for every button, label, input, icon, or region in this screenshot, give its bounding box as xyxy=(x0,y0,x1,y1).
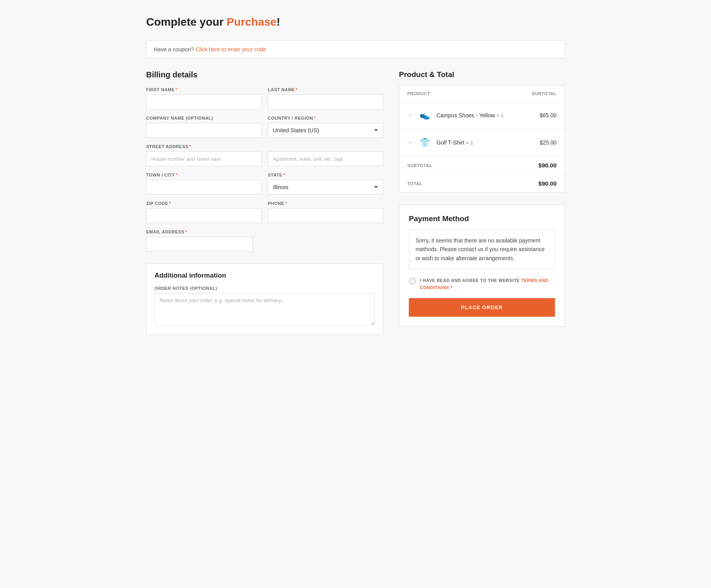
arrow-icon: → xyxy=(407,139,413,146)
terms-checkbox[interactable] xyxy=(409,278,416,285)
last-name-group: LAST NAME* xyxy=(268,87,383,109)
street-inputs-row xyxy=(146,151,383,166)
product-thumbnail: 👕 xyxy=(417,135,433,150)
payment-notice: Sorry, it seems that there are no availa… xyxy=(409,229,555,269)
right-column: Product & Total PRODUCT SUBTOTAL → 👟 Ca xyxy=(399,70,565,327)
coupon-bar: Have a coupon? Click here to enter your … xyxy=(146,40,565,58)
product-total-section: PRODUCT SUBTOTAL → 👟 Campus Shoes - Yell… xyxy=(399,85,565,193)
street-input-2[interactable] xyxy=(268,151,383,166)
total-label: TOTAL xyxy=(399,175,521,193)
city-input[interactable] xyxy=(146,180,261,195)
state-select[interactable]: Illinois xyxy=(268,180,383,195)
col-product-header: PRODUCT xyxy=(399,86,521,102)
state-group: STATE* Illinois xyxy=(268,173,383,195)
place-order-button[interactable]: PLACE ORDER xyxy=(409,298,555,317)
email-input[interactable] xyxy=(146,237,253,252)
email-group: EMAIL ADDRESS* xyxy=(146,229,383,252)
city-group: TOWN / CITY* xyxy=(146,173,261,195)
col-subtotal-header: SUBTOTAL xyxy=(521,86,564,102)
zip-group: ZIP CODE* xyxy=(146,201,261,223)
coupon-link[interactable]: Click here to enter your code xyxy=(196,46,266,53)
additional-info-section: Additional information ORDER NOTES (OPTI… xyxy=(146,263,383,335)
last-name-label: LAST NAME* xyxy=(268,87,383,92)
last-name-input[interactable] xyxy=(268,94,383,109)
city-label: TOWN / CITY* xyxy=(146,173,261,177)
first-name-label: FIRST NAME* xyxy=(146,87,261,92)
product-name: Campus Shoes - Yellow × 1 xyxy=(436,112,504,118)
subtotal-value: $90.00 xyxy=(521,156,564,175)
main-grid: Billing details FIRST NAME* LAST NAME* xyxy=(146,70,565,335)
country-select[interactable]: United States (US) xyxy=(268,123,383,138)
street-group: STREET ADDRESS* xyxy=(146,144,383,166)
arrow-icon: → xyxy=(407,112,413,118)
left-column: Billing details FIRST NAME* LAST NAME* xyxy=(146,70,383,335)
product-price: $25.00 xyxy=(521,129,564,156)
coupon-label: Have a coupon? xyxy=(154,46,194,53)
email-row: EMAIL ADDRESS* xyxy=(146,229,383,252)
country-group: COUNTRY / REGION* United States (US) xyxy=(268,116,383,138)
product-total-title: Product & Total xyxy=(399,70,565,79)
terms-row: I HAVE READ AND AGREE TO THE WEBSITE TER… xyxy=(409,277,555,291)
subtotal-row: SUBTOTAL $90.00 xyxy=(399,156,564,175)
terms-text: I HAVE READ AND AGREE TO THE WEBSITE TER… xyxy=(420,277,555,291)
company-country-row: COMPANY NAME (OPTIONAL) COUNTRY / REGION… xyxy=(146,116,383,138)
country-label: COUNTRY / REGION* xyxy=(268,116,383,120)
order-notes-textarea[interactable] xyxy=(154,293,375,325)
subtotal-label: SUBTOTAL xyxy=(399,156,521,175)
additional-info-title: Additional information xyxy=(154,272,375,280)
first-name-group: FIRST NAME* xyxy=(146,87,261,109)
zip-phone-row: ZIP CODE* PHONE* xyxy=(146,201,383,223)
name-row: FIRST NAME* LAST NAME* xyxy=(146,87,383,109)
street-input-1[interactable] xyxy=(146,151,261,166)
company-label: COMPANY NAME (OPTIONAL) xyxy=(146,116,261,120)
company-input[interactable] xyxy=(146,123,261,138)
first-name-input[interactable] xyxy=(146,94,261,109)
phone-group: PHONE* xyxy=(268,201,383,223)
page-title: Complete your Purchase! xyxy=(146,16,565,28)
total-row: TOTAL $90.00 xyxy=(399,175,564,193)
order-notes-label: ORDER NOTES (OPTIONAL) xyxy=(154,286,375,291)
product-thumbnail: 👟 xyxy=(417,107,433,123)
street-label: STREET ADDRESS* xyxy=(146,144,383,149)
phone-input[interactable] xyxy=(268,208,383,223)
table-row: → 👟 Campus Shoes - Yellow × 1 $65.00 xyxy=(399,102,564,129)
payment-title: Payment Method xyxy=(409,214,555,223)
payment-section: Payment Method Sorry, it seems that ther… xyxy=(399,205,565,327)
city-state-row: TOWN / CITY* STATE* Illinois xyxy=(146,173,383,195)
product-name: Golf T-Shirt × 1 xyxy=(436,139,473,146)
zip-input[interactable] xyxy=(146,208,261,223)
billing-section: Billing details FIRST NAME* LAST NAME* xyxy=(146,70,383,252)
order-table: PRODUCT SUBTOTAL → 👟 Campus Shoes - Yell… xyxy=(399,86,564,192)
table-row: → 👕 Golf T-Shirt × 1 $25.00 xyxy=(399,129,564,156)
phone-label: PHONE* xyxy=(268,201,383,206)
product-price: $65.00 xyxy=(521,102,564,129)
state-label: STATE* xyxy=(268,173,383,177)
company-group: COMPANY NAME (OPTIONAL) xyxy=(146,116,261,138)
total-value: $90.00 xyxy=(521,175,564,193)
email-label: EMAIL ADDRESS* xyxy=(146,229,383,234)
billing-title: Billing details xyxy=(146,70,383,79)
zip-label: ZIP CODE* xyxy=(146,201,261,206)
